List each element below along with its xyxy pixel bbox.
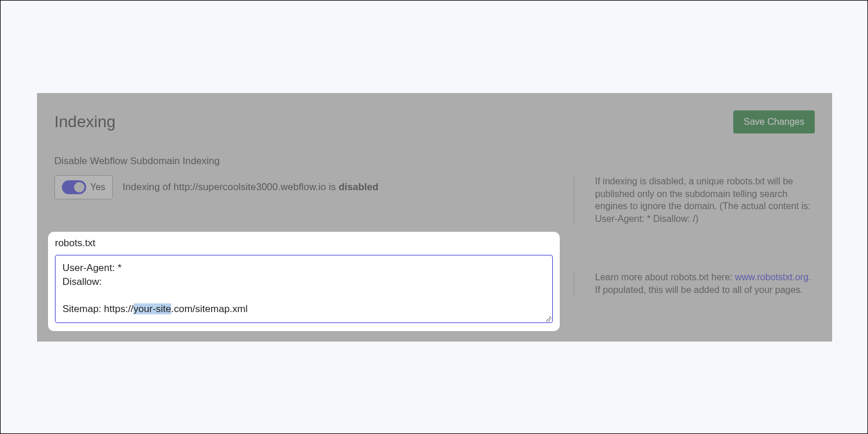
indexing-status-text: Indexing of http://supercoolsite3000.web…	[123, 181, 378, 193]
robots-info-link[interactable]: www.robotstxt.org	[735, 272, 808, 282]
subdomain-row: Yes Indexing of http://supercoolsite3000…	[54, 175, 815, 225]
toggle-switch-icon	[62, 180, 86, 194]
robots-info: Learn more about robots.txt here: www.ro…	[574, 271, 815, 296]
status-middle: is	[326, 181, 339, 192]
toggle-knob-icon	[74, 182, 84, 192]
robots-line2: Disallow:	[62, 276, 102, 287]
header-row: Indexing Save Changes	[54, 110, 815, 133]
subdomain-info: If indexing is disabled, a unique robots…	[574, 175, 815, 225]
robots-line1: User-Agent: *	[62, 262, 121, 273]
subdomain-toggle[interactable]: Yes	[54, 175, 113, 199]
robots-card: robots.txt User-Agent: * Disallow: Sitem…	[48, 232, 560, 331]
status-prefix: Indexing of	[123, 181, 173, 192]
robots-line3-prefix: Sitemap: https://	[62, 303, 134, 314]
toggle-label: Yes	[90, 182, 105, 192]
robots-line3-suffix: .com/sitemap.xml	[171, 303, 248, 314]
subdomain-section-label: Disable Webflow Subdomain Indexing	[54, 155, 815, 167]
toggle-row: Yes Indexing of http://supercoolsite3000…	[54, 175, 574, 199]
status-value: disabled	[338, 181, 378, 192]
status-url: http://supercoolsite3000.webflow.io	[173, 181, 326, 192]
subdomain-left: Yes Indexing of http://supercoolsite3000…	[54, 175, 574, 199]
robots-label: robots.txt	[55, 238, 553, 249]
save-changes-button[interactable]: Save Changes	[733, 110, 815, 133]
page-title: Indexing	[54, 113, 116, 131]
robots-line3-highlight: your-site	[134, 303, 171, 314]
robots-textarea[interactable]: User-Agent: * Disallow: Sitemap: https:/…	[55, 255, 553, 323]
robots-info-prefix: Learn more about robots.txt here:	[595, 272, 735, 282]
